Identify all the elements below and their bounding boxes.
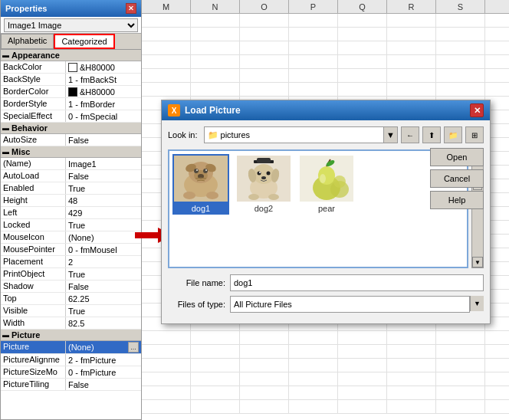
prop-value-height[interactable]: 48	[66, 195, 141, 206]
file-name-input[interactable]	[230, 274, 484, 291]
scroll-down-button[interactable]: ▼	[472, 257, 483, 267]
prop-value-placement[interactable]: 2	[66, 256, 141, 267]
dialog-toolbar: Look in: 📁 pictures ▼ ← ⬆ 📁 ⊞	[168, 126, 484, 143]
tab-alphabetic[interactable]: Alphabetic	[1, 34, 54, 49]
navigate-back-button[interactable]: ←	[401, 126, 419, 143]
prop-value-mousepointer[interactable]: 0 - fmMousel	[66, 244, 141, 255]
prop-name-visible: Visible	[1, 305, 66, 317]
section-appearance[interactable]: ▬ Appearance	[1, 50, 141, 61]
prop-value-backcolor[interactable]: &H80000	[66, 61, 141, 73]
help-button[interactable]: Help	[430, 191, 484, 209]
look-in-combo[interactable]: 📁 pictures	[204, 126, 384, 143]
prop-autosize: AutoSize False	[1, 134, 141, 146]
image-selector-dropdown[interactable]: Image1 Image	[4, 18, 138, 32]
prop-value-locked[interactable]: True	[66, 219, 141, 231]
file-item-dog1[interactable]: dog1	[172, 154, 229, 215]
collapse-icon: ▬	[2, 331, 9, 339]
prop-value-shadow[interactable]: False	[66, 281, 141, 292]
prop-value-specialeffect[interactable]: 0 - fmSpecial	[66, 110, 141, 122]
look-in-label: Look in:	[168, 130, 198, 139]
collapse-icon: ▬	[2, 148, 9, 156]
prop-autoload: AutoLoad False	[1, 170, 141, 182]
prop-value-enabled[interactable]: True	[66, 182, 141, 194]
col-S: S	[436, 0, 485, 13]
column-headers: M N O P Q R S	[142, 0, 509, 14]
prop-value-picture[interactable]: (None) ...	[66, 341, 141, 353]
svg-point-26	[259, 172, 261, 173]
dialog-close-button[interactable]: ✕	[470, 103, 484, 117]
svg-rect-21	[257, 158, 271, 163]
prop-value-picturetiling[interactable]: False	[66, 379, 141, 390]
properties-close-button[interactable]: ✕	[126, 3, 136, 14]
prop-value-top[interactable]: 62.25	[66, 293, 141, 304]
new-folder-button[interactable]: 📁	[444, 126, 462, 143]
navigate-up-button[interactable]: ⬆	[422, 126, 441, 143]
file-item-dog2[interactable]: dog2	[235, 154, 292, 215]
prop-backcolor: BackColor &H80000	[1, 61, 141, 74]
prop-value-visible[interactable]: True	[66, 305, 141, 317]
grid-row	[142, 386, 509, 400]
grid-cell[interactable]	[387, 14, 436, 27]
look-in-combo-container: 📁 pictures ▼	[204, 126, 398, 143]
view-button[interactable]: ⊞	[465, 126, 484, 143]
prop-name-backstyle: BackStyle	[1, 74, 66, 85]
prop-value-printobject[interactable]: True	[66, 268, 141, 280]
prop-value-autoload[interactable]: False	[66, 170, 141, 182]
section-picture[interactable]: ▬ Picture	[1, 330, 141, 341]
grid-cell[interactable]	[289, 14, 338, 27]
bordercolor-swatch	[68, 87, 77, 97]
grid-cell[interactable]	[191, 14, 240, 27]
prop-locked: Locked True	[1, 219, 141, 231]
prop-value-autosize[interactable]: False	[66, 134, 141, 146]
grid-cell[interactable]	[338, 14, 387, 27]
prop-backstyle: BackStyle 1 - fmBackSt	[1, 74, 141, 86]
prop-name-specialeffect: SpecialEffect	[1, 110, 66, 122]
file-list[interactable]: dog1	[168, 149, 468, 268]
file-item-pear[interactable]: pear	[298, 154, 355, 215]
col-Q: Q	[338, 0, 387, 13]
prop-value-left[interactable]: 429	[66, 207, 141, 218]
file-name-row: File name:	[168, 274, 484, 291]
col-N: N	[191, 0, 240, 13]
section-misc-label: Misc	[11, 147, 30, 156]
prop-name-height: Height	[1, 195, 66, 206]
properties-content: ▬ Appearance BackColor &H80000 BackStyle…	[1, 50, 141, 419]
prop-printobject: PrintObject True	[1, 268, 141, 281]
tab-categorized[interactable]: Categorized	[54, 34, 114, 49]
section-misc[interactable]: ▬ Misc	[1, 146, 141, 158]
prop-value-mouseicon[interactable]: (None)	[66, 231, 141, 243]
files-of-type-arrow[interactable]: ▼	[470, 296, 484, 311]
picture-browse-button[interactable]: ...	[128, 342, 139, 353]
prop-name-shadow: Shadow	[1, 281, 66, 292]
open-button[interactable]: Open	[430, 148, 484, 166]
collapse-icon: ▬	[2, 124, 9, 132]
grid-cell[interactable]	[142, 14, 191, 27]
prop-value-picturesizemode[interactable]: 0 - fmPicture	[66, 366, 141, 378]
prop-picturealignment: PictureAlignme 2 - fmPicture	[1, 354, 141, 366]
prop-height: Height 48	[1, 195, 141, 207]
prop-value-name[interactable]: Image1	[66, 158, 141, 169]
grid-cell[interactable]	[240, 14, 289, 27]
dialog-title: Load Picture	[185, 105, 241, 116]
dog1-thumbnail	[174, 156, 228, 202]
prop-name-printobject: PrintObject	[1, 268, 66, 280]
look-in-dropdown[interactable]: ▼	[384, 126, 398, 143]
section-behavior[interactable]: ▬ Behavior	[1, 123, 141, 134]
prop-visible: Visible True	[1, 305, 141, 317]
prop-value-picturealignment[interactable]: 2 - fmPicture	[66, 354, 141, 366]
prop-value-backstyle[interactable]: 1 - fmBackSt	[66, 74, 141, 85]
prop-bordercolor: BorderColor &H80000	[1, 86, 141, 98]
prop-value-borderstyle[interactable]: 1 - fmBorder	[66, 98, 141, 110]
cancel-button[interactable]: Cancel	[430, 169, 484, 188]
properties-tabs: Alphabetic Categorized	[1, 34, 141, 50]
files-of-type-input[interactable]: All Picture Files	[230, 296, 470, 313]
prop-name-autoload: AutoLoad	[1, 170, 66, 182]
col-O: O	[240, 0, 289, 13]
dog2-thumbnail	[237, 156, 291, 202]
grid-cell[interactable]	[142, 28, 191, 41]
prop-value-bordercolor[interactable]: &H80000	[66, 86, 141, 97]
pear-thumbnail	[300, 156, 353, 202]
prop-value-width[interactable]: 82.5	[66, 317, 141, 329]
grid-cell[interactable]	[436, 14, 485, 27]
prop-name-picturesizemode: PictureSizeMo	[1, 366, 66, 378]
